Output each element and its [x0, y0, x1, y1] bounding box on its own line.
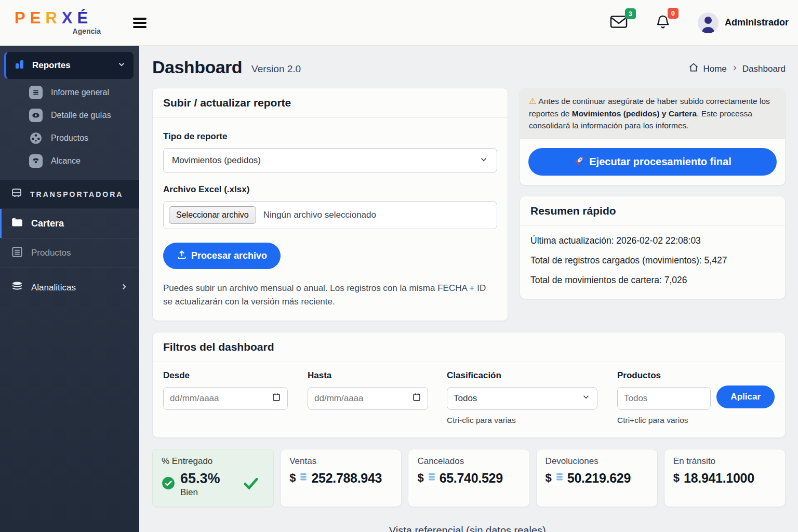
- report-type-label: Tipo de reporte: [163, 131, 497, 142]
- summary-title: Resumen rápido: [520, 196, 785, 226]
- messages-button[interactable]: 3: [609, 14, 628, 32]
- bar-chart-icon: [14, 58, 26, 73]
- classification-select[interactable]: Todos: [447, 387, 597, 410]
- sidebar-item-cartera[interactable]: Cartera: [0, 209, 139, 238]
- document-icon: [29, 86, 43, 99]
- brand-letter: R: [45, 9, 61, 27]
- file-empty-text: Ningún archivo seleccionado: [263, 210, 376, 220]
- report-type-value: Movimientos (pedidos): [172, 155, 261, 166]
- execute-final-processing-button[interactable]: Ejecutar procesamiento final: [528, 148, 777, 176]
- sidebar-item-productos-reporte[interactable]: Productos: [0, 127, 139, 150]
- calendar-icon[interactable]: [412, 392, 421, 404]
- sidebar-item-detalle-guias[interactable]: Detalle de guías: [0, 104, 139, 127]
- sidebar-item-informe-general[interactable]: Informe general: [0, 81, 139, 104]
- report-type-select[interactable]: Movimientos (pedidos): [163, 148, 497, 173]
- sidebar-section-transportadora[interactable]: TRANSPORTADORA: [0, 180, 139, 209]
- select-file-button[interactable]: Seleccionar archivo: [169, 206, 256, 224]
- brand-letter: X: [62, 9, 77, 27]
- chevron-right-icon: [731, 64, 738, 74]
- user-name[interactable]: Administrador: [725, 17, 793, 28]
- warning-icon: ⚠: [529, 97, 536, 105]
- brand-letter: É: [77, 9, 92, 27]
- file-input[interactable]: Seleccionar archivo Ningún archivo selec…: [163, 201, 497, 229]
- from-date-input[interactable]: [163, 387, 288, 410]
- sidebar-item-alcance[interactable]: Alcance: [0, 150, 139, 172]
- currency-sign: $: [673, 471, 680, 485]
- from-date-label: Desde: [163, 370, 288, 381]
- to-date-input[interactable]: [308, 387, 428, 410]
- classification-label: Clasificación: [447, 370, 597, 381]
- stat-card-entregado: % Entregado 65.3% Bien: [152, 449, 274, 507]
- excel-file-label: Archivo Excel (.xlsx): [163, 184, 497, 195]
- sidebar-item-label: Alcance: [51, 156, 81, 166]
- main-content: Dashboard Version 2.0 Home Dashboard Sub…: [139, 46, 798, 532]
- stat-card-devoluciones: Devoluciones $ 50.219.629: [536, 449, 658, 507]
- sidebar-item-label: Cartera: [31, 218, 64, 229]
- footer-note: Vista referencial (sin datos reales).: [152, 525, 786, 532]
- stat-value: 65.740.529: [440, 471, 503, 486]
- to-date-field[interactable]: [314, 393, 382, 404]
- sidebar-section-label: TRANSPORTADORA: [30, 190, 123, 198]
- coins-stack-icon: [428, 473, 435, 483]
- sidebar-item-productos[interactable]: Productos: [0, 238, 139, 268]
- stat-sub: Bien: [180, 487, 220, 498]
- brand-letter: P: [15, 9, 30, 27]
- sidebar-item-label: Reportes: [32, 60, 71, 71]
- chevron-down-icon: [479, 155, 488, 167]
- classification-hint: Ctri-clic para varias: [447, 416, 597, 425]
- sidebar-item-label: Productos: [51, 134, 88, 143]
- check-circle-icon: [162, 476, 175, 492]
- stat-label: Devoluciones: [546, 456, 648, 467]
- stat-card-en-transito: En tránsito $ 18.941.1000: [664, 449, 786, 507]
- stat-card-ventas: Ventas $ 252.788.943: [280, 449, 402, 507]
- stat-label: Cancelados: [417, 456, 520, 467]
- brand-letter: E: [30, 9, 46, 27]
- products-filter-value: Todos: [624, 393, 647, 404]
- upload-help-text: Puedes subir un archivo mensual o anual.…: [163, 282, 497, 309]
- currency-sign: $: [546, 471, 552, 485]
- products-filter-input[interactable]: Todos: [617, 387, 711, 410]
- upload-report-card: Subir / actualizar reporte Tipo de repor…: [152, 88, 508, 321]
- apply-filters-button[interactable]: Aplicar: [716, 385, 775, 408]
- bell-icon: [655, 23, 671, 32]
- phone-icon: [29, 154, 43, 168]
- breadcrumb: Home Dashboard: [688, 62, 786, 75]
- quick-summary-card: Resumen rápido Última actualización: 202…: [520, 196, 786, 299]
- top-bar: PERXÉ Agencia 3 0: [0, 0, 798, 46]
- folder-icon: [10, 216, 24, 231]
- final-processing-card: ⚠Antes de continuar asegúrate de haber s…: [520, 88, 786, 185]
- sidebar-item-reportes[interactable]: Reportes: [4, 52, 134, 79]
- hamburger-menu-icon[interactable]: [133, 18, 147, 28]
- from-date-field[interactable]: [170, 393, 237, 404]
- dashboard-filters-card: Filtros del dashboard Desde Hasta: [152, 332, 786, 438]
- stat-card-cancelados: Cancelados $ 65.740.529: [408, 449, 529, 507]
- avatar[interactable]: [698, 12, 719, 33]
- sidebar-item-label: Informe general: [51, 88, 109, 97]
- globe-icon: [29, 131, 43, 145]
- truck-icon: [10, 187, 23, 202]
- breadcrumb-home[interactable]: Home: [703, 64, 726, 74]
- notifications-button[interactable]: 0: [655, 14, 671, 32]
- brand-subtitle: Agencia: [15, 27, 125, 35]
- eye-icon: [29, 109, 43, 122]
- bell-badge: 0: [668, 8, 679, 19]
- upload-card-title: Subir / actualizar reporte: [153, 88, 508, 118]
- sidebar-item-analiticas[interactable]: Alanaliticas: [0, 272, 139, 303]
- process-file-button[interactable]: Procesar archivo: [163, 243, 281, 269]
- stat-value: 252.788.943: [311, 471, 382, 486]
- stat-label: Ventas: [289, 456, 392, 467]
- summary-last-update: Última actualización: 2026-02-02 22:08:0…: [530, 235, 775, 246]
- chevron-right-icon: [119, 282, 129, 294]
- brand-logo: PERXÉ Agencia: [0, 10, 125, 35]
- upload-icon: [177, 249, 187, 262]
- currency-sign: $: [289, 471, 296, 485]
- coins-stack-icon: [300, 473, 307, 483]
- products-filter-hint: Ctri+clic para varios: [617, 416, 711, 425]
- calendar-icon[interactable]: [272, 392, 281, 404]
- chevron-down-icon: [581, 392, 591, 404]
- database-icon: [10, 281, 24, 295]
- sidebar-item-label: Detalle de guías: [51, 111, 111, 120]
- page-title: Dashboard: [152, 57, 242, 77]
- products-filter-label: Productos: [617, 370, 711, 381]
- warning-alert: ⚠Antes de continuar asegúrate de haber s…: [520, 88, 785, 139]
